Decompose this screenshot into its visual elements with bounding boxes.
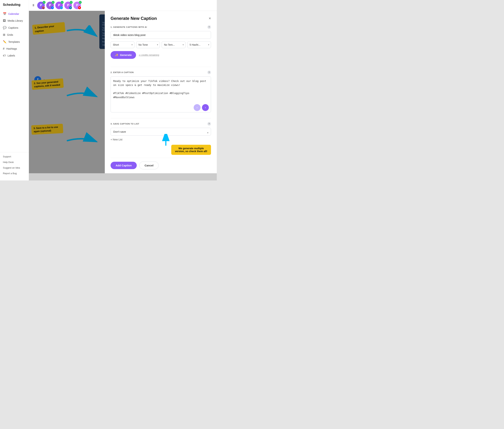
avatar-facebook[interactable]: P ✓ f xyxy=(46,2,54,9)
help-icon-4[interactable]: ? xyxy=(207,122,211,126)
modal: Generate New Caption × 1. GENERATE CAPTI… xyxy=(105,11,217,173)
length-dropdown-wrapper: Short Medium Long xyxy=(111,41,135,48)
main-area: ⏸ P ✓ 📸 P ✓ f P ✓ 🐦 P ✓ in P ✓ ▶ xyxy=(29,0,217,181)
sidebar-item-media-library[interactable]: 🖼 Media Library xyxy=(0,17,29,24)
sidebar-item-label: Templates xyxy=(8,40,20,43)
generate-button[interactable]: ✨ Generate xyxy=(111,51,136,59)
report-bug-link[interactable]: Report a Bug xyxy=(0,171,29,176)
sidebar: Scheduling 📅 Calendar 🖼 Media Library 💬 … xyxy=(0,0,29,181)
modal-title: Generate New Caption xyxy=(111,16,157,21)
help-icon-1[interactable]: ? xyxy=(207,25,211,29)
sparkle-icon: ✨ xyxy=(115,53,118,57)
check-icon: ✓ xyxy=(61,1,63,4)
sidebar-item-label: Grids xyxy=(7,33,13,36)
template-dropdown-wrapper: No Tem... Question CTA Story xyxy=(162,41,186,48)
sidebar-item-label: Hashtags xyxy=(6,47,17,50)
modal-callout: We generate multiple version, so check t… xyxy=(171,145,211,155)
app-title: Scheduling xyxy=(0,3,29,10)
caption-prev-button[interactable]: ‹ xyxy=(194,104,200,111)
divider-2 xyxy=(111,118,211,118)
top-bar: ⏸ P ✓ 📸 P ✓ f P ✓ 🐦 P ✓ in P ✓ ▶ xyxy=(29,0,217,11)
suggest-idea-link[interactable]: Suggest an Idea xyxy=(0,165,29,171)
section1-label: 1. GENERATE CAPTIONS WITH AI ? xyxy=(111,25,211,29)
footer-cancel-button[interactable]: Cancel xyxy=(139,162,159,169)
section2-label: 2. ENTER A CAPTION ? xyxy=(111,70,211,74)
pause-icon: ⏸ xyxy=(32,3,35,7)
sidebar-item-label: Calendar xyxy=(8,12,19,15)
sidebar-item-captions[interactable]: 💬 Captions xyxy=(0,24,29,31)
generate-row: ✨ Generate ∞ credits remaining xyxy=(111,51,211,59)
sidebar-item-hashtags[interactable]: # Hashtags xyxy=(0,45,29,52)
help-desk-link[interactable]: Help Desk xyxy=(0,159,29,165)
twitter-badge: 🐦 xyxy=(60,6,63,9)
modal-header: Generate New Caption × xyxy=(111,16,211,21)
tone-dropdown-wrapper: No Tone Friendly Professional Humorous xyxy=(136,41,160,48)
check-icon: ✓ xyxy=(70,1,73,4)
sidebar-item-label: Captions xyxy=(8,26,18,29)
sidebar-item-calendar[interactable]: 📅 Calendar xyxy=(0,10,29,17)
calendar-icon: 📅 xyxy=(3,12,7,16)
youtube-badge: ▶ xyxy=(78,6,81,9)
sidebar-item-labels[interactable]: 🏷 Labels xyxy=(0,52,29,59)
avatar-twitter[interactable]: P ✓ 🐦 xyxy=(55,2,63,9)
credits-text: ∞ credits remaining xyxy=(139,54,159,56)
sidebar-item-label: Media Library xyxy=(8,19,23,22)
grids-icon: ⊞ xyxy=(3,33,5,36)
avatar-instagram[interactable]: P ✓ 📸 xyxy=(37,2,45,9)
hashtags-dropdown[interactable]: 5 Hasht... 0 Hashtags 3 Hashtags 10 Hash… xyxy=(187,41,211,48)
section4-label: 4. SAVE CAPTION TO LIST ? xyxy=(111,122,211,126)
support-link[interactable]: Support xyxy=(0,154,29,159)
captions-icon: 💬 xyxy=(3,26,7,29)
modal-arrow xyxy=(160,134,171,147)
tone-dropdown[interactable]: No Tone Friendly Professional Humorous xyxy=(136,41,160,48)
label-icon: 🏷 xyxy=(3,54,6,57)
hashtag-icon: # xyxy=(3,47,5,50)
check-icon: ✓ xyxy=(52,1,54,4)
modal-footer: Add Caption Cancel xyxy=(111,158,211,169)
help-icon-2[interactable]: ? xyxy=(207,70,211,74)
hashtags-dropdown-wrapper: 5 Hasht... 0 Hashtags 3 Hashtags 10 Hash… xyxy=(187,41,211,48)
template-dropdown[interactable]: No Tem... Question CTA Story xyxy=(162,41,186,48)
length-dropdown[interactable]: Short Medium Long xyxy=(111,41,135,48)
avatar-linkedin[interactable]: P ✓ in xyxy=(64,2,72,9)
avatar-youtube[interactable]: P ✓ ▶ xyxy=(73,2,81,9)
sidebar-bottom: Support Help Desk Suggest an Idea Report… xyxy=(0,152,29,178)
image-icon: 🖼 xyxy=(3,19,6,22)
check-icon: ✓ xyxy=(79,1,82,4)
check-icon: ✓ xyxy=(43,1,45,4)
sidebar-item-grids[interactable]: ⊞ Grids xyxy=(0,31,29,38)
facebook-badge: f xyxy=(51,6,54,9)
sidebar-item-templates[interactable]: ✏️ Templates xyxy=(0,38,29,45)
dropdown-row: Short Medium Long No Tone Friendly Profe… xyxy=(111,41,211,48)
templates-icon: ✏️ xyxy=(3,40,7,44)
caption-wrapper: ‹ › xyxy=(111,76,211,113)
caption-nav: ‹ › xyxy=(194,104,209,111)
sidebar-item-label: Labels xyxy=(8,54,15,57)
instagram-badge: 📸 xyxy=(42,6,45,9)
close-button[interactable]: × xyxy=(209,17,211,20)
ai-description-input[interactable] xyxy=(111,31,211,39)
linkedin-badge: in xyxy=(69,6,72,9)
new-list-link[interactable]: + New List xyxy=(111,138,123,141)
add-caption-button[interactable]: Add Caption xyxy=(111,162,137,169)
caption-next-button[interactable]: › xyxy=(202,104,209,111)
